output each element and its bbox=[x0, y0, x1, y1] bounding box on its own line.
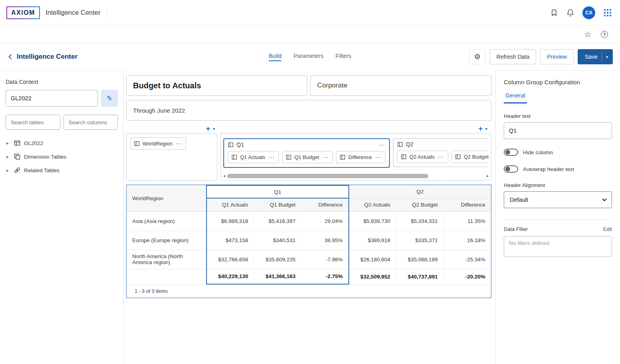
value-cell: 16.18% bbox=[443, 231, 491, 250]
chip-more-icon[interactable]: ⋯ bbox=[322, 154, 329, 160]
header-text-input[interactable] bbox=[504, 122, 612, 139]
grid-group-header-q1[interactable]: Q1 bbox=[207, 185, 349, 198]
row-groups-dropzone[interactable]: WorldRegion ⋯ bbox=[126, 133, 217, 181]
autowrap-label: Autowrap header text bbox=[523, 166, 574, 172]
chip-more-icon[interactable]: ⋯ bbox=[268, 154, 275, 160]
refresh-data-button[interactable]: Refresh Data bbox=[490, 49, 536, 64]
hide-column-toggle-row[interactable]: Hide column bbox=[504, 149, 612, 156]
top-bar: AXIOM Intelligence Center CA bbox=[0, 0, 620, 26]
tree-item-gl2022[interactable]: ▸ GL2022 bbox=[6, 136, 118, 150]
user-avatar[interactable]: CA bbox=[582, 6, 595, 19]
report-title-block[interactable]: Budget to Actuals bbox=[126, 75, 307, 96]
hide-column-toggle[interactable] bbox=[504, 149, 518, 156]
tables-tree: ▸ GL2022 ▸ Dimension Tables ▸ Related Ta… bbox=[6, 136, 118, 177]
data-context-input[interactable] bbox=[6, 90, 98, 107]
grid-column-header[interactable]: Difference bbox=[301, 198, 349, 211]
save-button[interactable]: Save ▾ bbox=[578, 49, 613, 64]
header-alignment-label: Header Alignment bbox=[504, 182, 612, 188]
tree-item-related-tables[interactable]: ▸ Related Tables bbox=[6, 163, 118, 177]
notifications-bell-icon[interactable] bbox=[566, 8, 574, 17]
settings-gear-icon[interactable]: ⚙ bbox=[469, 49, 486, 64]
hide-column-label: Hide column bbox=[523, 149, 553, 155]
grid-column-header[interactable]: Difference bbox=[443, 198, 491, 211]
total-cell: $32,509,952 bbox=[349, 269, 396, 284]
tree-item-dimension-tables[interactable]: ▸ Dimension Tables bbox=[6, 150, 118, 163]
totals-row: $40,229,130 $41,366,163 -2.75% $32,509,9… bbox=[127, 269, 491, 284]
edit-context-pencil-icon[interactable]: ✎ bbox=[101, 90, 118, 107]
expand-caret-icon[interactable]: ▸ bbox=[6, 154, 10, 159]
report-canvas: Budget to Actuals Corporate Through June… bbox=[124, 70, 495, 364]
edit-filter-link[interactable]: Edit bbox=[603, 226, 612, 232]
report-entity-block[interactable]: Corporate bbox=[310, 75, 491, 96]
add-row-group-caret-icon[interactable]: ▾ bbox=[213, 127, 215, 131]
app-switcher-grid-icon[interactable] bbox=[603, 8, 612, 17]
total-cell: $40,229,130 bbox=[207, 269, 254, 284]
search-tables-input[interactable] bbox=[6, 115, 60, 130]
autowrap-toggle[interactable] bbox=[504, 165, 518, 173]
header-alignment-select[interactable]: Default bbox=[504, 191, 612, 208]
autowrap-toggle-row[interactable]: Autowrap header text bbox=[504, 165, 612, 173]
column-chip-q2-budget[interactable]: Q2 Budget ⋯ bbox=[451, 151, 489, 163]
view-tabs: Build Parameters Filters bbox=[269, 43, 352, 70]
expand-caret-icon[interactable]: ▸ bbox=[6, 168, 10, 173]
group-more-icon[interactable]: ⋯ bbox=[379, 142, 385, 148]
tab-build[interactable]: Build bbox=[269, 53, 282, 61]
chip-more-icon[interactable]: ⋯ bbox=[438, 154, 444, 160]
column-group-icon bbox=[397, 142, 403, 147]
value-cell: $26,180,604 bbox=[349, 250, 396, 269]
back-link[interactable]: Intelligence Center bbox=[7, 53, 78, 61]
scroll-right-icon[interactable]: ▸ bbox=[487, 174, 489, 178]
help-icon[interactable]: ? bbox=[601, 31, 608, 38]
tab-parameters[interactable]: Parameters bbox=[294, 53, 324, 61]
add-column-group-caret-icon[interactable]: ▾ bbox=[485, 127, 487, 131]
value-cell: $389,618 bbox=[349, 231, 396, 250]
search-columns-input[interactable] bbox=[64, 115, 118, 130]
grid-column-header[interactable]: Q2 Budget bbox=[396, 198, 444, 211]
tab-filters[interactable]: Filters bbox=[336, 53, 351, 61]
save-dropdown-caret-icon[interactable]: ▾ bbox=[606, 55, 608, 59]
column-group-q2[interactable]: Q2 Q2 Actuals ⋯ Q2 Budget bbox=[393, 138, 489, 167]
report-title: Budget to Actuals bbox=[133, 81, 201, 90]
column-group-label: Q2 bbox=[406, 141, 413, 147]
value-cell: $473,158 bbox=[207, 231, 254, 250]
add-column-group-plus-icon[interactable]: + bbox=[478, 125, 483, 132]
column-chip-q1-difference[interactable]: Difference ⋯ bbox=[336, 151, 386, 163]
table-icon bbox=[14, 140, 20, 146]
value-cell: $35,068,189 bbox=[396, 250, 444, 269]
grid-row-header[interactable]: WorldRegion bbox=[127, 185, 207, 211]
total-cell: -2.75% bbox=[301, 269, 349, 284]
scrollbar-thumb[interactable] bbox=[227, 174, 428, 178]
column-groups-dropzone[interactable]: Q1 ⋯ Q1 Actuals ⋯ bbox=[221, 133, 491, 181]
column-icon bbox=[134, 141, 139, 146]
scroll-left-icon[interactable]: ◂ bbox=[223, 174, 225, 178]
grid-column-header[interactable]: Q2 Actuals bbox=[349, 198, 396, 211]
chip-more-icon[interactable]: ⋯ bbox=[375, 154, 382, 160]
chip-more-icon[interactable]: ⋯ bbox=[176, 141, 182, 147]
value-cell: $32,766,656 bbox=[207, 250, 254, 269]
grid-column-header[interactable]: Q1 Actuals bbox=[207, 198, 254, 211]
bookmark-icon[interactable] bbox=[550, 9, 558, 17]
column-chip-q1-budget[interactable]: Q1 Budget ⋯ bbox=[282, 151, 333, 163]
grid-column-header[interactable]: Q1 Budget bbox=[254, 198, 302, 211]
expand-caret-icon[interactable]: ▸ bbox=[6, 141, 10, 146]
grid-group-header-q2[interactable]: Q2 bbox=[349, 185, 491, 198]
column-groups-scrollbar[interactable]: ◂ ▸ bbox=[223, 173, 489, 178]
data-context-label: Data Context bbox=[6, 79, 118, 85]
row-group-chip-worldregion[interactable]: WorldRegion ⋯ bbox=[130, 137, 186, 150]
save-button-divider bbox=[602, 52, 602, 61]
column-icon bbox=[401, 154, 406, 159]
report-subtitle-block[interactable]: Through June 2022 bbox=[126, 100, 491, 121]
column-chip-q2-actuals[interactable]: Q2 Actuals ⋯ bbox=[397, 151, 448, 163]
value-cell: $5,416,397 bbox=[254, 211, 302, 231]
add-row-group-plus-icon[interactable]: + bbox=[206, 125, 210, 132]
column-group-config-panel: Column Group Configuration General Heade… bbox=[495, 70, 620, 364]
column-icon bbox=[340, 155, 345, 160]
column-group-q1[interactable]: Q1 ⋯ Q1 Actuals ⋯ bbox=[223, 138, 390, 168]
column-chip-q1-actuals[interactable]: Q1 Actuals ⋯ bbox=[228, 151, 279, 163]
favorite-star-icon[interactable]: ☆ bbox=[584, 30, 591, 38]
chevron-down-icon bbox=[602, 197, 606, 201]
preview-button[interactable]: Preview bbox=[540, 49, 574, 64]
scrollbar-track[interactable] bbox=[227, 174, 485, 178]
config-tab-general[interactable]: General bbox=[504, 92, 527, 103]
column-icon bbox=[232, 155, 237, 160]
